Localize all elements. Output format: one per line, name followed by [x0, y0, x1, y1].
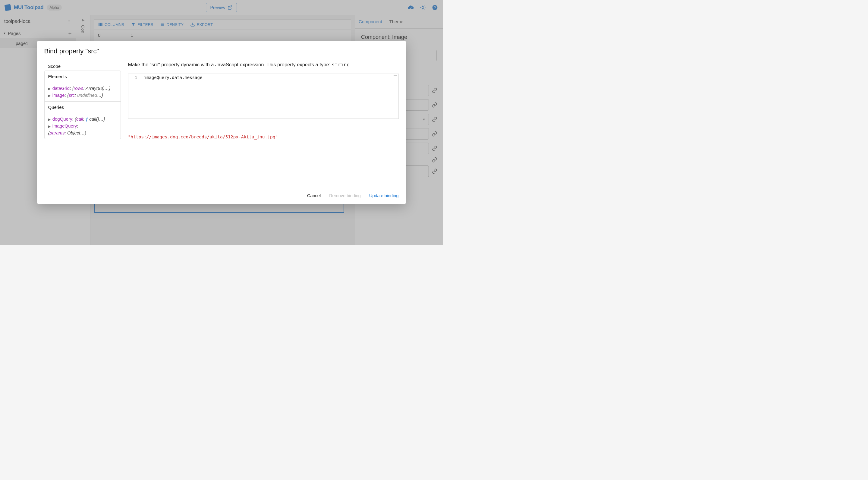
expand-icon: ▶ [48, 94, 51, 97]
update-binding-button[interactable]: Update binding [369, 193, 399, 198]
editor-code-area[interactable]: imageQuery.data.message [142, 74, 398, 119]
modal-body: Scope Elements ▶ dataGrid: {rows: Array(… [44, 62, 399, 190]
expand-icon: ▶ [48, 87, 51, 90]
scope-item-dogquery[interactable]: ▶ dogQuery: {call: ƒ call()…} [48, 116, 117, 122]
modal-title: Bind property "src" [44, 47, 399, 55]
expand-icon: ▶ [48, 124, 51, 128]
bind-property-modal: Bind property "src" Scope Elements ▶ dat… [37, 41, 406, 204]
scope-column: Scope Elements ▶ dataGrid: {rows: Array(… [44, 62, 121, 190]
editor-minimap [394, 75, 397, 76]
scope-item-image[interactable]: ▶ image: {src: undefined…} [48, 92, 117, 98]
scope-queries-heading: Queries [44, 101, 121, 113]
editor-gutter: 1 [128, 74, 142, 119]
scope-elements-heading: Elements [44, 71, 121, 82]
code-editor[interactable]: 1 imageQuery.data.message [128, 73, 399, 119]
editor-line-1: imageQuery.data.message [144, 75, 396, 80]
expand-icon: ▶ [48, 118, 51, 121]
scope-box: Elements ▶ dataGrid: {rows: Array(98)…} … [44, 70, 121, 139]
editor-column: Make the "src" property dynamic with a J… [128, 62, 399, 190]
cancel-button[interactable]: Cancel [307, 193, 321, 198]
scope-queries-body: ▶ dogQuery: {call: ƒ call()…} ▶ imageQue… [44, 113, 121, 139]
modal-footer: Cancel Remove binding Update binding [44, 190, 399, 198]
scope-item-imagequery[interactable]: ▶ imageQuery: {params: Object…} [48, 122, 117, 137]
scope-elements-body: ▶ dataGrid: {rows: Array(98)…} ▶ image: … [44, 82, 121, 101]
modal-prompt: Make the "src" property dynamic with a J… [128, 62, 399, 67]
scope-item-datagrid[interactable]: ▶ dataGrid: {rows: Array(98)…} [48, 85, 117, 92]
editor-result: "https://images.dog.ceo/breeds/akita/512… [128, 134, 399, 139]
remove-binding-button: Remove binding [329, 193, 361, 198]
modal-overlay[interactable]: Bind property "src" Scope Elements ▶ dat… [0, 0, 443, 245]
scope-heading: Scope [44, 62, 121, 70]
